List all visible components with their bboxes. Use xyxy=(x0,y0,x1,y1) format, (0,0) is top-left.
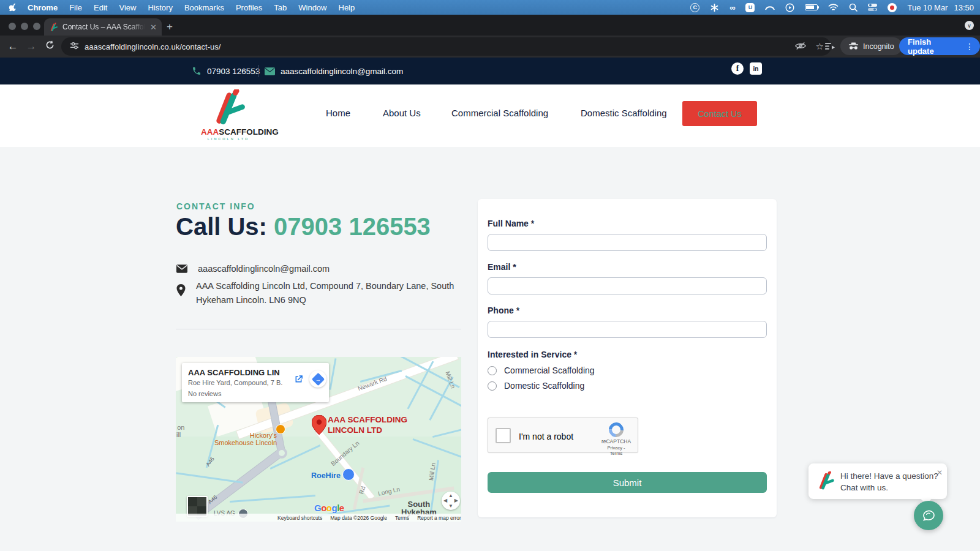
macos-menubar: Chrome File Edit View History Bookmarks … xyxy=(0,0,980,15)
menu-chrome[interactable]: Chrome xyxy=(28,3,58,12)
incognito-label: Incognito xyxy=(863,42,894,51)
menu-window[interactable]: Window xyxy=(298,3,326,12)
email-input[interactable] xyxy=(488,277,767,294)
address-bar[interactable]: aaascaffoldinglincoln.co.uk/contact-us/ … xyxy=(61,37,831,56)
map-label-roehire[interactable]: RoeHire xyxy=(311,471,341,480)
radio-icon[interactable] xyxy=(488,381,497,391)
phone-label: Phone * xyxy=(488,305,519,315)
bookmark-star-icon[interactable]: ☆ xyxy=(816,41,824,52)
restaurant-poi-icon[interactable] xyxy=(276,424,285,434)
menu-edit[interactable]: Edit xyxy=(94,3,107,12)
menu-view[interactable]: View xyxy=(119,3,136,12)
full-name-label: Full Name * xyxy=(488,219,534,228)
chat-fab-button[interactable] xyxy=(914,501,943,530)
arc-icon[interactable] xyxy=(765,2,775,12)
nav-domestic-scaffolding[interactable]: Domestic Scaffolding xyxy=(581,108,667,118)
media-controls-icon[interactable] xyxy=(825,42,835,53)
tab-title: Contact Us – AAA Scaffolding xyxy=(62,23,145,31)
menu-file[interactable]: File xyxy=(69,3,82,12)
phone-icon xyxy=(192,66,202,76)
pan-control[interactable]: ▲ ▼ ◀ ▶ xyxy=(442,492,460,510)
radio-commercial-scaffolding[interactable]: Commercial Scaffolding xyxy=(488,365,595,375)
radio-domestic-scaffolding[interactable]: Domestic Scaffolding xyxy=(488,381,584,391)
terms-link[interactable]: Terms xyxy=(395,515,409,521)
finish-update-button[interactable]: Finish update ⋮ xyxy=(899,37,980,55)
status-app-icon[interactable] xyxy=(888,3,897,12)
play-circle-icon[interactable] xyxy=(785,2,794,12)
chatgpt-icon[interactable] xyxy=(710,2,719,12)
adobe-cc-icon[interactable]: ∞ xyxy=(729,2,735,12)
map-data-label: Map data ©2026 Google xyxy=(330,515,387,521)
spotlight-icon[interactable] xyxy=(849,2,858,12)
logo-wordmark: AAASCAFFOLDING xyxy=(201,127,256,137)
back-button[interactable]: ← xyxy=(4,40,22,53)
map-info-card: AAA SCAFFOLDING LINC... Roe Hire Yard, C… xyxy=(182,363,329,402)
shop-poi-icon[interactable] xyxy=(342,468,355,481)
site-topbar: 07903 126553 aaascaffoldinglincoln@gmail… xyxy=(0,58,980,84)
nav-home[interactable]: Home xyxy=(326,108,350,118)
logo-mark xyxy=(206,89,251,126)
webpage: 07903 126553 aaascaffoldinglincoln@gmail… xyxy=(0,58,980,551)
app-u-icon[interactable]: U xyxy=(745,3,755,12)
recaptcha-checkbox[interactable] xyxy=(496,428,511,443)
browser-menu-icon[interactable]: ⋮ xyxy=(965,42,974,51)
incognito-badge: Incognito xyxy=(840,37,902,55)
url-text[interactable]: aaascaffoldinglincoln.co.uk/contact-us/ xyxy=(85,42,221,51)
apple-icon[interactable] xyxy=(9,3,17,12)
keyboard-shortcuts-link[interactable]: Keyboard shortcuts xyxy=(277,515,322,521)
battery-icon[interactable] xyxy=(805,4,818,10)
submit-button[interactable]: Submit xyxy=(488,472,767,493)
facebook-icon[interactable]: f xyxy=(731,62,744,75)
recaptcha-privacy-terms[interactable]: Privacy - Terms xyxy=(601,445,631,456)
window-minimize-button[interactable] xyxy=(21,23,28,30)
menubar-items: Chrome File Edit View History Bookmarks … xyxy=(28,3,355,12)
radio-icon[interactable] xyxy=(488,366,497,375)
new-tab-button[interactable]: + xyxy=(167,21,173,33)
envelope-icon xyxy=(265,67,275,75)
tab-favicon xyxy=(49,23,58,32)
map-marker-icon[interactable] xyxy=(312,415,326,435)
directions-icon[interactable]: → xyxy=(309,370,326,388)
menu-history[interactable]: History xyxy=(148,3,172,12)
reload-button[interactable] xyxy=(40,40,59,53)
topbar-phone[interactable]: 07903 126553 xyxy=(192,58,260,84)
nav-about-us[interactable]: About Us xyxy=(383,108,421,118)
map-label-hickorys[interactable]: Hickory'sSmokehouse Lincoln xyxy=(208,432,277,446)
menubar-clock[interactable]: Tue 10 Mar13:50 xyxy=(907,3,974,12)
control-center-icon[interactable] xyxy=(868,2,877,12)
report-map-error-link[interactable]: Report a map error xyxy=(417,515,461,521)
site-logo[interactable]: AAASCAFFOLDING LINCOLN LTD xyxy=(201,89,256,141)
topbar-email[interactable]: aaascaffoldinglincoln@gmail.com xyxy=(265,58,403,84)
big-phone-number[interactable]: 07903 126553 xyxy=(274,213,431,240)
wifi-icon[interactable] xyxy=(828,2,839,12)
menu-help[interactable]: Help xyxy=(339,3,355,12)
nav-contact-us-button[interactable]: Contact Us xyxy=(682,101,757,126)
eye-off-icon[interactable] xyxy=(795,42,806,52)
chat-message: Hi there! Have a question?Chat with us. xyxy=(840,470,938,493)
map-label-hill: e onHill xyxy=(176,424,184,438)
map-card-reviews[interactable]: No reviews xyxy=(188,390,323,397)
open-in-new-icon[interactable] xyxy=(290,370,307,388)
site-settings-icon[interactable] xyxy=(70,41,79,52)
email-row[interactable]: aaascaffoldinglincoln@gmail.com xyxy=(176,262,330,276)
linkedin-icon[interactable]: in xyxy=(750,62,762,75)
forward-button[interactable]: → xyxy=(22,40,40,53)
google-map-embed[interactable]: Newark Rd Mill Ln Mill Ln e onHill Hicko… xyxy=(176,357,461,522)
menu-tab[interactable]: Tab xyxy=(274,3,287,12)
logo-subtitle: LINCOLN LTD xyxy=(201,137,256,141)
tab-chevron-icon[interactable]: ∨ xyxy=(965,21,974,30)
chat-popup[interactable]: Hi there! Have a question?Chat with us. … xyxy=(809,463,947,499)
nav-commercial-scaffolding[interactable]: Commercial Scaffolding xyxy=(451,108,548,118)
menu-bookmarks[interactable]: Bookmarks xyxy=(184,3,224,12)
window-zoom-button[interactable] xyxy=(33,23,40,30)
browser-tab[interactable]: Contact Us – AAA Scaffolding ✕ xyxy=(44,18,162,36)
full-name-input[interactable] xyxy=(488,234,767,251)
window-close-button[interactable] xyxy=(9,23,16,30)
copilot-icon[interactable]: C xyxy=(690,3,699,12)
site-header: AAASCAFFOLDING LINCOLN LTD Home About Us… xyxy=(0,84,980,147)
menu-profiles[interactable]: Profiles xyxy=(236,3,262,12)
address-row: AAA Scaffolding Lincoln Ltd, Compound 7,… xyxy=(176,279,462,307)
phone-input[interactable] xyxy=(488,321,767,338)
tab-close-icon[interactable]: ✕ xyxy=(150,23,157,32)
chat-close-icon[interactable]: ✕ xyxy=(937,468,943,477)
